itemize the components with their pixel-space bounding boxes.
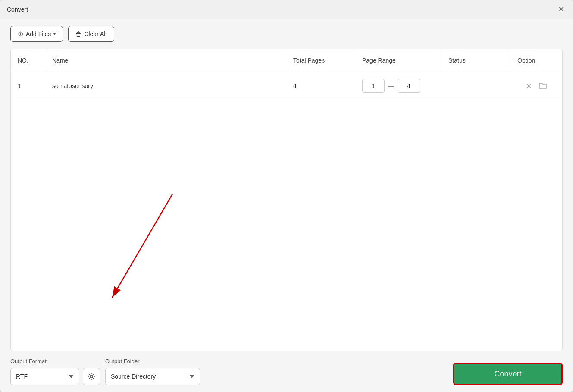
col-name: Name	[45, 49, 286, 72]
open-folder-button[interactable]	[539, 82, 547, 89]
clear-all-button[interactable]: 🗑 Clear All	[68, 26, 114, 42]
window-title: Convert	[7, 6, 28, 13]
table-body: 1 somatosensory 4 — ✕	[11, 72, 562, 351]
col-no: NO.	[11, 49, 45, 72]
col-status: Status	[441, 49, 510, 72]
add-files-button[interactable]: ⊕ Add Files ▾	[10, 26, 63, 42]
convert-button[interactable]: Convert	[453, 363, 563, 385]
add-files-label: Add Files	[26, 31, 51, 38]
format-row: RTF DOCX TXT HTML EPUB	[10, 368, 100, 385]
col-page-range: Page Range	[355, 49, 441, 72]
col-option: Option	[510, 49, 562, 72]
page-range-dash: —	[388, 82, 394, 89]
main-window: Convert ✕ ⊕ Add Files ▾ 🗑 Clear All NO. …	[0, 0, 573, 392]
page-to-input[interactable]	[398, 79, 420, 93]
convert-label: Convert	[494, 370, 521, 379]
cell-page-range: —	[355, 72, 441, 100]
toolbar: ⊕ Add Files ▾ 🗑 Clear All	[0, 19, 573, 49]
folder-select[interactable]: Source Directory Custom Directory	[105, 368, 200, 385]
add-circle-icon: ⊕	[18, 30, 23, 38]
delete-row-button[interactable]: ✕	[526, 82, 532, 90]
cell-name: somatosensory	[45, 75, 286, 96]
trash-icon: 🗑	[75, 31, 81, 38]
cell-total-pages: 4	[286, 75, 355, 96]
svg-point-2	[90, 375, 93, 378]
title-bar: Convert ✕	[0, 0, 573, 19]
output-format-section: Output Format RTF DOCX TXT HTML EPUB	[10, 358, 100, 385]
settings-button[interactable]	[83, 368, 100, 385]
output-folder-section: Output Folder Source Directory Custom Di…	[105, 358, 200, 385]
format-select[interactable]: RTF DOCX TXT HTML EPUB	[10, 368, 79, 385]
table-row: 1 somatosensory 4 — ✕	[11, 72, 562, 100]
page-from-input[interactable]	[362, 79, 385, 93]
table-header: NO. Name Total Pages Page Range Status O…	[11, 49, 562, 72]
clear-all-label: Clear All	[84, 31, 106, 38]
cell-status	[441, 79, 510, 93]
col-total-pages: Total Pages	[286, 49, 355, 72]
cell-option: ✕	[510, 75, 562, 97]
footer: Output Format RTF DOCX TXT HTML EPUB	[0, 351, 573, 392]
close-button[interactable]: ✕	[556, 4, 566, 15]
output-format-label: Output Format	[10, 358, 100, 364]
files-table: NO. Name Total Pages Page Range Status O…	[10, 49, 563, 351]
cell-no: 1	[11, 75, 45, 96]
add-files-dropdown-arrow: ▾	[53, 31, 56, 36]
output-folder-label: Output Folder	[105, 358, 200, 364]
